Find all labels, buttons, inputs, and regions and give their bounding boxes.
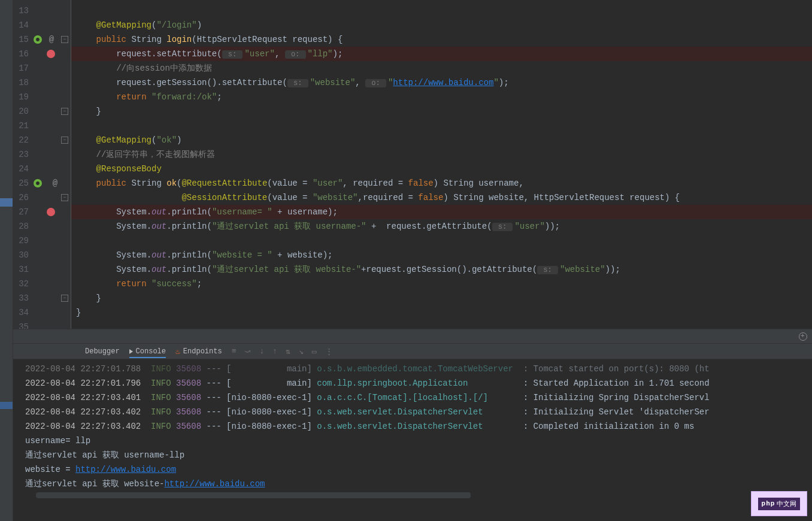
debug-toolbar[interactable]: ≡ ⤻ ↓ ↑ ⇅ ↘ ▭ ⋮ xyxy=(232,347,333,356)
editor-footer xyxy=(13,329,812,343)
code-editor[interactable]: @GetMapping("/login") public String logi… xyxy=(71,0,812,329)
watermark-badge: php中文网 xyxy=(751,491,807,516)
play-icon xyxy=(129,349,133,354)
main-area: 13141516 17181920 21222324 25262728 2930… xyxy=(13,0,812,521)
url-link[interactable]: http://www.baidu.com xyxy=(164,479,265,489)
override-icon[interactable]: @ xyxy=(53,178,57,188)
breakpoint-icon[interactable] xyxy=(47,208,55,216)
spring-icon[interactable] xyxy=(34,35,42,44)
fold-icon[interactable]: − xyxy=(61,108,68,115)
step-into-icon[interactable]: ↓ xyxy=(259,347,264,356)
ide-root: 13141516 17181920 21222324 25262728 2930… xyxy=(0,0,812,521)
fold-icon[interactable]: − xyxy=(61,36,68,43)
target-icon[interactable] xyxy=(799,332,807,341)
spring-icon[interactable] xyxy=(34,179,42,187)
tool-window-bar[interactable] xyxy=(0,0,13,521)
override-icon[interactable]: @ xyxy=(49,35,54,44)
editor-area: 13141516 17181920 21222324 25262728 2930… xyxy=(13,0,812,329)
horizontal-scrollbar[interactable] xyxy=(36,492,471,498)
more-icon[interactable]: ⋮ xyxy=(325,347,333,356)
console-output[interactable]: 2022-08-04 22:27:01.788 INFO 35608 --- [… xyxy=(13,359,812,521)
gutter-marks[interactable]: @− − − @ − − xyxy=(31,0,71,329)
step-out-icon[interactable]: ↑ xyxy=(272,347,277,356)
breakpoint-icon[interactable] xyxy=(47,50,55,58)
filter-icon[interactable]: ≡ xyxy=(232,347,237,356)
run-to-cursor-icon[interactable]: ↘ xyxy=(299,347,304,356)
force-step-icon[interactable]: ⇅ xyxy=(286,347,290,356)
fold-icon[interactable]: − xyxy=(61,137,68,144)
tab-console[interactable]: Console xyxy=(129,347,166,358)
url-link[interactable]: http://www.baidu.com xyxy=(75,465,176,474)
evaluate-icon[interactable]: ▭ xyxy=(312,347,317,356)
debug-tabs: Debugger Console ♨Endpoints ≡ ⤻ ↓ ↑ ⇅ ↘ … xyxy=(13,344,812,359)
tab-debugger[interactable]: Debugger xyxy=(85,347,120,356)
editor-gutter[interactable]: 13141516 17181920 21222324 25262728 2930… xyxy=(13,0,71,329)
line-numbers: 13141516 17181920 21222324 25262728 2930… xyxy=(13,0,31,329)
flame-icon: ♨ xyxy=(175,347,180,356)
debug-panel: Debugger Console ♨Endpoints ≡ ⤻ ↓ ↑ ⇅ ↘ … xyxy=(13,343,812,521)
step-over-icon[interactable]: ⤻ xyxy=(244,347,251,356)
fold-icon[interactable]: − xyxy=(61,194,68,201)
tab-endpoints[interactable]: ♨Endpoints xyxy=(175,347,222,356)
fold-icon[interactable]: − xyxy=(61,295,68,302)
